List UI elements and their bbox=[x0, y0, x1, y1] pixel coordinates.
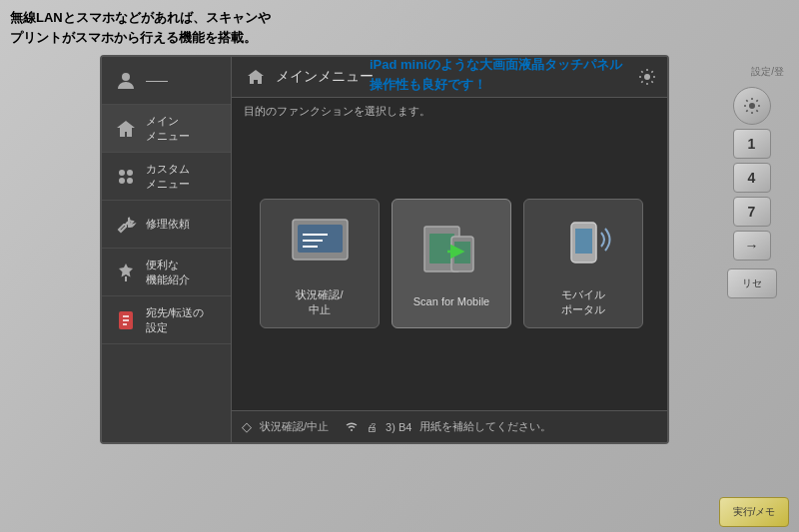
status-left-label[interactable]: 状況確認/中止 bbox=[260, 419, 329, 434]
num-button-7[interactable]: 7 bbox=[733, 197, 771, 227]
svg-point-0 bbox=[122, 73, 130, 81]
sidebar-item-features[interactable]: 便利な機能紹介 bbox=[102, 249, 231, 296]
sidebar-item-repair[interactable]: 修理依頼 bbox=[102, 201, 231, 249]
sidebar-item-custom[interactable]: カスタムメニュー bbox=[102, 153, 231, 201]
mobile-portal-tile-icon bbox=[548, 210, 618, 279]
svg-point-1 bbox=[119, 170, 125, 176]
device-body: 無線LANとスマホなどがあれば、スキャンや プリントがスマホから行える機能を搭載… bbox=[0, 0, 799, 532]
paper-icon: 🖨 bbox=[367, 421, 378, 433]
tile-mobile-portal-label: モバイルポータル bbox=[561, 287, 605, 318]
tiles-area: 状況確認/中止 bbox=[232, 125, 669, 402]
arrow-button[interactable]: → bbox=[733, 231, 771, 261]
header-home-icon bbox=[244, 65, 268, 89]
reset-button[interactable]: リセ bbox=[727, 268, 777, 298]
svg-point-22 bbox=[749, 103, 755, 109]
svg-rect-12 bbox=[298, 225, 343, 253]
tile-status[interactable]: 状況確認/中止 bbox=[260, 199, 380, 328]
tile-scan-mobile-label: Scan for Mobile bbox=[413, 294, 489, 309]
bottom-area: 実行/メモ bbox=[719, 497, 789, 527]
svg-point-4 bbox=[127, 178, 133, 184]
wifi-indicator bbox=[345, 420, 359, 434]
scan-mobile-tile-icon bbox=[416, 217, 486, 286]
sidebar-custom-label: カスタムメニュー bbox=[146, 162, 190, 191]
control-label: 設定/登 bbox=[719, 65, 784, 79]
paper-info: 3) B4 bbox=[386, 421, 411, 433]
settings-round-button[interactable] bbox=[733, 87, 771, 125]
annotation-top-left: 無線LANとスマホなどがあれば、スキャンや プリントがスマホから行える機能を搭載… bbox=[10, 8, 271, 47]
sidebar-item-main[interactable]: メインメニュー bbox=[102, 105, 231, 153]
subtitle: 目的のファンクションを選択します。 bbox=[232, 98, 669, 125]
sidebar-address-label: 宛先/転送の設定 bbox=[146, 305, 204, 334]
features-icon bbox=[112, 259, 140, 286]
svg-point-3 bbox=[119, 178, 125, 184]
sidebar-features-label: 便利な機能紹介 bbox=[146, 258, 190, 286]
gear-icon[interactable] bbox=[635, 65, 659, 89]
sidebar-user-label: —— bbox=[146, 73, 168, 87]
exec-button[interactable]: 実行/メモ bbox=[719, 497, 789, 527]
sidebar-item-user[interactable]: —— bbox=[102, 57, 231, 105]
status-diamond-icon: ◇ bbox=[242, 419, 252, 434]
custom-icon bbox=[112, 163, 140, 191]
status-bar: ◇ 状況確認/中止 🖨 3) B4 用紙を補給してください。 bbox=[232, 410, 669, 442]
sidebar-repair-label: 修理依頼 bbox=[146, 217, 190, 231]
sidebar: —— メインメニュー bbox=[102, 57, 232, 442]
tile-scan-mobile[interactable]: Scan for Mobile bbox=[392, 199, 511, 328]
tile-mobile-portal[interactable]: モバイルポータル bbox=[523, 199, 643, 328]
home-icon bbox=[112, 115, 140, 143]
screen: —— メインメニュー bbox=[100, 55, 669, 444]
wrench-icon bbox=[112, 211, 140, 239]
svg-point-10 bbox=[644, 74, 650, 80]
annotation-top-right: iPad miniのような大画面液晶タッチパネル 操作性も良好です！ bbox=[370, 55, 622, 94]
svg-point-2 bbox=[127, 170, 133, 176]
tile-status-label: 状況確認/中止 bbox=[296, 287, 343, 318]
status-message: 用紙を補給してください。 bbox=[419, 419, 551, 434]
sidebar-main-label: メインメニュー bbox=[146, 114, 190, 143]
right-controls: 設定/登 1 4 7 → リセ bbox=[714, 55, 789, 444]
book-icon bbox=[112, 306, 140, 334]
num-button-4[interactable]: 4 bbox=[733, 163, 771, 193]
num-button-1[interactable]: 1 bbox=[733, 129, 771, 159]
svg-rect-21 bbox=[575, 229, 592, 254]
main-content: メインメニュー 目的のファンクションを選択します。 bbox=[232, 57, 669, 442]
status-tile-icon bbox=[285, 210, 355, 279]
person-icon bbox=[112, 67, 140, 95]
sidebar-item-address[interactable]: 宛先/転送の設定 bbox=[102, 296, 231, 344]
